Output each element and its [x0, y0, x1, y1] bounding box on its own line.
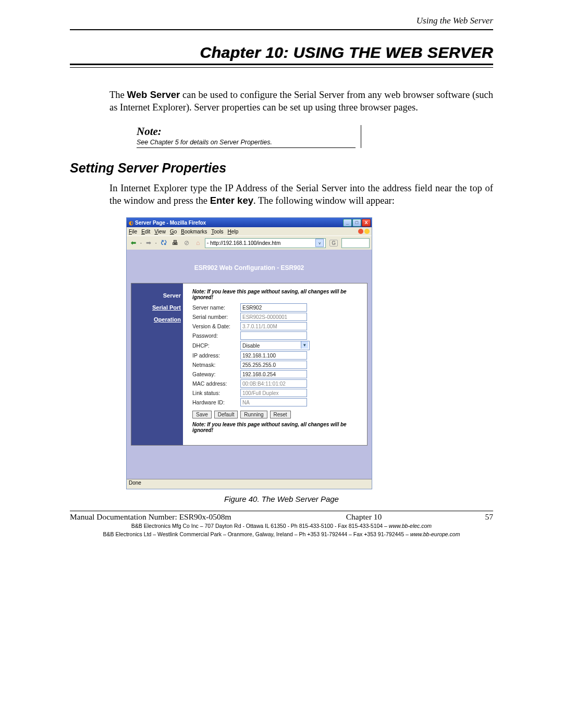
default-button[interactable]: Default: [214, 411, 238, 418]
page-content: ESR902 Web Configuration - ESR902 Server…: [127, 250, 372, 479]
label-ip-address: IP address:: [192, 352, 240, 359]
toolbar: ⬅ · ➡ · 🗘 🖶 ⊘ ⌂ ▫ http://192.168.1.100/i…: [127, 236, 372, 250]
footer-us-text: B&B Electronics Mfg Co Inc – 707 Dayton …: [131, 523, 389, 529]
note-label: Note:: [137, 125, 356, 138]
firefox-icon: ◐: [129, 220, 133, 226]
throbber-icon-2: [364, 229, 370, 234]
footer-doc-number: Manual Documentation Number: ESR90x-0508…: [70, 512, 266, 522]
address-bar[interactable]: ▫ http://192.168.1.100/index.htm v: [205, 238, 326, 248]
input-password[interactable]: [240, 331, 307, 340]
input-hardware-id: NA: [240, 398, 307, 406]
note-body: See Chapter 5 for details on Server Prop…: [137, 139, 356, 148]
running-button[interactable]: Running: [240, 411, 267, 418]
input-link-status: 100/Full Duplex: [240, 389, 307, 397]
status-bar: Done: [127, 479, 372, 489]
page-footer: Manual Documentation Number: ESR90x-0508…: [70, 511, 493, 538]
nav-serial-port[interactable]: Serial Port: [131, 303, 181, 313]
screenshot-window: ◐ Server Page - Mozilla Firefox _ □ X Fi…: [126, 217, 372, 489]
menu-help[interactable]: Help: [228, 229, 239, 235]
label-netmask: Netmask:: [192, 362, 240, 368]
close-button[interactable]: X: [362, 219, 371, 227]
rule-under-title-1: [70, 64, 493, 65]
section-body: In Internet Explorer type the IP Address…: [109, 182, 493, 207]
menu-view[interactable]: View: [154, 229, 166, 235]
config-panel: Server Serial Port Operation Note: If yo…: [131, 283, 368, 446]
menubar: File Edit View Go Bookmarks Tools Help: [127, 227, 372, 236]
input-mac-address: 00:0B:B4:11:01:02: [240, 379, 307, 388]
note-box: Note: See Chapter 5 for details on Serve…: [137, 125, 361, 148]
input-ip-address[interactable]: 192.168.1.100: [240, 351, 307, 360]
window-title: Server Page - Mozilla Firefox: [135, 220, 206, 226]
forward-button[interactable]: ➡: [144, 238, 153, 248]
label-password: Password:: [192, 332, 240, 339]
minimize-button[interactable]: _: [343, 219, 352, 227]
nav-server[interactable]: Server: [163, 292, 181, 299]
footer-company-eu: B&B Electronics Ltd – Westlink Commercia…: [70, 531, 493, 538]
label-server-name: Server name:: [192, 304, 240, 311]
footer-eu-url: www.bb-europe.com: [410, 531, 460, 537]
reload-button[interactable]: 🗘: [159, 238, 168, 248]
section-title: Setting Server Properties: [70, 161, 493, 176]
reset-button[interactable]: Reset: [270, 411, 291, 418]
section-body-bold: Enter key: [210, 195, 253, 206]
label-gateway: Gateway:: [192, 371, 240, 377]
footer-company-us: B&B Electronics Mfg Co Inc – 707 Dayton …: [70, 523, 493, 530]
menu-edit[interactable]: Edit: [141, 229, 150, 235]
footer-rule: [70, 511, 493, 511]
label-mac-address: MAC address:: [192, 380, 240, 387]
footer-chapter: Chapter 10: [266, 512, 462, 522]
input-netmask[interactable]: 255.255.255.0: [240, 361, 307, 369]
home-button[interactable]: ⌂: [193, 238, 203, 248]
print-button[interactable]: 🖶: [170, 238, 180, 248]
running-header: Using the Web Server: [70, 16, 493, 26]
intro-bold: Web Server: [127, 89, 180, 100]
input-gateway[interactable]: 192.168.0.254: [240, 370, 307, 378]
save-button[interactable]: Save: [192, 411, 212, 418]
config-title: ESR902 Web Configuration - ESR902: [127, 264, 372, 272]
footer-eu-text: B&B Electronics Ltd – Westlink Commercia…: [103, 531, 410, 537]
form-area: Note: If you leave this page without sav…: [183, 283, 367, 445]
menu-go[interactable]: Go: [170, 229, 177, 235]
menu-file[interactable]: File: [129, 229, 137, 235]
input-version-date: 3.7.0.11/1.00M: [240, 322, 307, 330]
chapter-title: Chapter 10: USING THE WEB SERVER: [70, 44, 493, 61]
label-dhcp: DHCP:: [192, 342, 240, 349]
warning-bottom: Note: If you leave this page without sav…: [192, 422, 362, 433]
rule-under-title-2: [70, 67, 493, 68]
menu-bookmarks[interactable]: Bookmarks: [181, 229, 207, 235]
label-hardware-id: Hardware ID:: [192, 399, 240, 405]
page-icon: ▫: [207, 240, 209, 246]
rule-top: [70, 29, 493, 30]
footer-us-url: www.bb-elec.com: [389, 523, 432, 529]
footer-page-number: 57: [462, 512, 493, 522]
intro-paragraph: The Web Server can be used to configure …: [109, 89, 493, 114]
intro-pre: The: [109, 90, 127, 100]
go-button[interactable]: G: [329, 240, 338, 246]
side-nav: Server Serial Port Operation: [131, 283, 183, 445]
window-titlebar[interactable]: ◐ Server Page - Mozilla Firefox _ □ X: [127, 218, 372, 227]
url-text: http://192.168.1.100/index.htm: [210, 240, 280, 246]
input-server-name[interactable]: ESR902: [240, 303, 307, 312]
section-body-b: . The following window will appear:: [253, 195, 395, 206]
nav-operation[interactable]: Operation: [131, 315, 181, 325]
warning-top: Note: If you leave this page without sav…: [192, 289, 362, 300]
throbber-icon: [358, 229, 363, 234]
stop-button[interactable]: ⊘: [182, 238, 191, 248]
figure-caption: Figure 40. The Web Server Page: [70, 495, 493, 503]
maximize-button[interactable]: □: [352, 219, 361, 227]
label-version-date: Version & Date:: [192, 323, 240, 329]
input-serial-number: ESR902S-0000001: [240, 313, 307, 321]
menu-tools[interactable]: Tools: [211, 229, 223, 235]
button-row: Save Default Running Reset: [192, 411, 362, 418]
select-dhcp[interactable]: Disable: [240, 341, 310, 350]
search-box[interactable]: [341, 238, 370, 248]
label-serial-number: Serial number:: [192, 314, 240, 320]
url-dropdown-icon[interactable]: v: [315, 239, 324, 247]
back-button[interactable]: ⬅: [129, 238, 138, 248]
label-link-status: Link status:: [192, 390, 240, 396]
